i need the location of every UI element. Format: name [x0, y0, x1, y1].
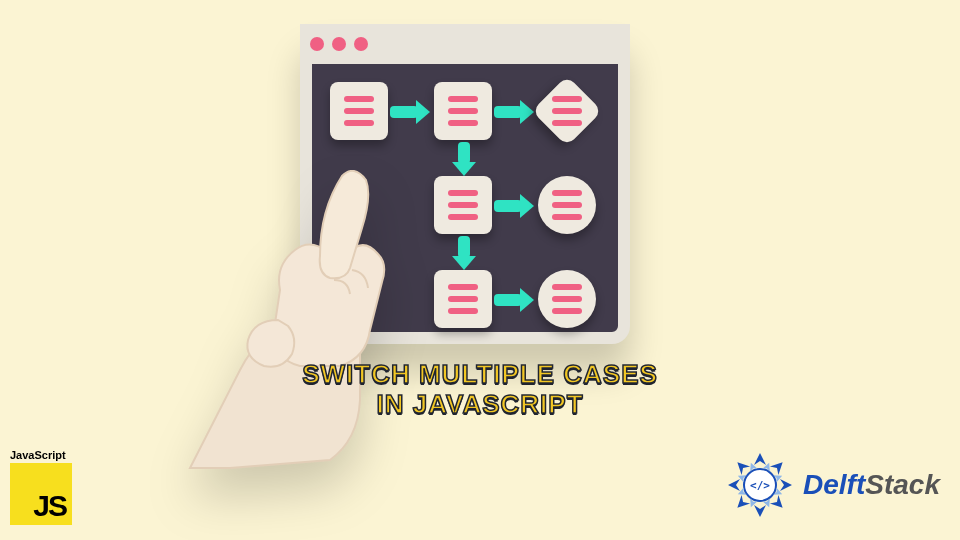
page-title: Switch Multiple Cases in Javascript [302, 360, 658, 420]
delftstack-text-gray: Stack [865, 469, 940, 500]
flow-node-circle [538, 270, 596, 328]
arrow-down-icon [458, 236, 470, 258]
window-dot-red-icon [310, 37, 324, 51]
arrow-right-icon [494, 106, 522, 118]
arrow-right-icon [390, 106, 418, 118]
window-titlebar [300, 24, 630, 64]
delftstack-logo: </> DelftStack [725, 450, 940, 520]
javascript-badge: JavaScript JS [10, 449, 88, 525]
flow-node-circle [538, 176, 596, 234]
svg-text:</>: </> [750, 479, 770, 492]
arrow-down-icon [458, 142, 470, 164]
window-dot-red-icon [332, 37, 346, 51]
flow-node-square [330, 82, 388, 140]
delftstack-text: DelftStack [803, 469, 940, 501]
flow-node-square [434, 176, 492, 234]
delftstack-mandala-icon: </> [725, 450, 795, 520]
window-dot-red-icon [354, 37, 368, 51]
pointing-hand-illustration [170, 170, 430, 470]
js-logo-text: JS [33, 489, 66, 523]
delftstack-text-blue: Delft [803, 469, 865, 500]
flow-node-diamond [532, 76, 603, 147]
title-line-1: Switch Multiple Cases [302, 360, 658, 390]
js-badge-label: JavaScript [10, 449, 88, 461]
arrow-right-icon [494, 294, 522, 306]
title-line-2: in Javascript [302, 390, 658, 420]
flow-node-square [434, 82, 492, 140]
js-logo-icon: JS [10, 463, 72, 525]
flow-node-square [434, 270, 492, 328]
arrow-right-icon [494, 200, 522, 212]
